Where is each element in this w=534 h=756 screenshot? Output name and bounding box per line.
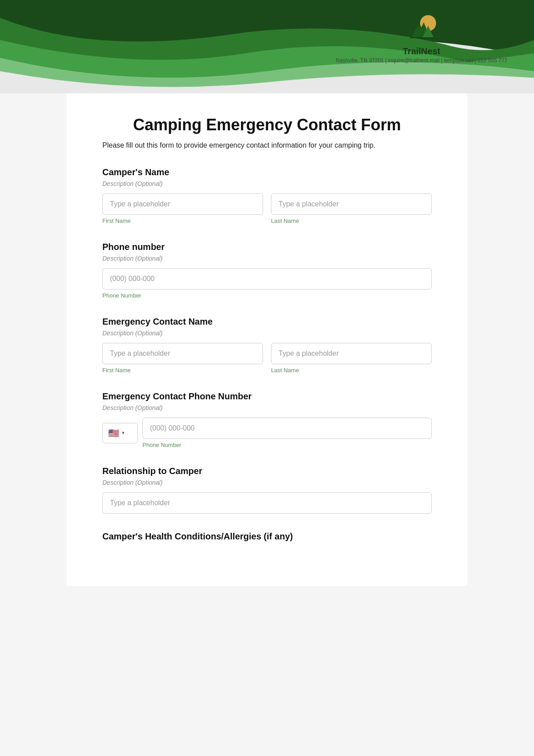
- section-desc-emergency-name: Description (Optional): [102, 330, 432, 337]
- brand-contact: Nashville, TN 37201 | inquire@trailnest.…: [336, 57, 507, 64]
- section-label-emergency-phone: Emergency Contact Phone Number: [102, 391, 432, 402]
- section-emergency-name: Emergency Contact Name Description (Opti…: [102, 317, 432, 374]
- brand-name: TrailNest: [403, 46, 440, 56]
- page-header: TrailNest Nashville, TN 37201 | inquire@…: [0, 0, 534, 93]
- relationship-group: [102, 492, 432, 514]
- campers-last-name-label: Last Name: [271, 217, 432, 224]
- campers-last-name-group: Last Name: [271, 193, 432, 224]
- country-selector[interactable]: 🇺🇸 ▾: [102, 423, 138, 443]
- section-health-conditions: Camper's Health Conditions/Allergies (if…: [102, 531, 432, 542]
- section-phone-number: Phone number Description (Optional) Phon…: [102, 242, 432, 299]
- section-label-phone: Phone number: [102, 242, 432, 252]
- emergency-phone-input[interactable]: [142, 418, 432, 439]
- phone-number-input[interactable]: [102, 268, 432, 290]
- emergency-phone-wrapper: Phone Number: [142, 418, 432, 448]
- emergency-phone-row: 🇺🇸 ▾ Phone Number: [102, 418, 432, 448]
- section-desc-relationship: Description (Optional): [102, 479, 432, 486]
- campers-last-name-input[interactable]: [271, 193, 432, 215]
- logo-area: TrailNest Nashville, TN 37201 | inquire@…: [336, 13, 507, 64]
- emergency-last-name-label: Last Name: [271, 367, 432, 374]
- relationship-input[interactable]: [102, 492, 432, 514]
- section-label-relationship: Relationship to Camper: [102, 466, 432, 476]
- section-label-health: Camper's Health Conditions/Allergies (if…: [102, 531, 432, 542]
- phone-number-group: Phone Number: [102, 268, 432, 299]
- emergency-first-name-input[interactable]: [102, 343, 263, 364]
- phone-number-label: Phone Number: [102, 292, 432, 299]
- emergency-first-name-label: First Name: [102, 367, 263, 374]
- flag-icon: 🇺🇸: [108, 428, 119, 438]
- section-desc-emergency-phone: Description (Optional): [102, 404, 432, 411]
- emergency-phone-label: Phone Number: [142, 442, 432, 448]
- campers-first-name-input[interactable]: [102, 193, 263, 215]
- campers-first-name-group: First Name: [102, 193, 263, 224]
- emergency-first-name-group: First Name: [102, 343, 263, 374]
- section-emergency-phone: Emergency Contact Phone Number Descripti…: [102, 391, 432, 448]
- emergency-last-name-input[interactable]: [271, 343, 432, 364]
- form-container: Camping Emergency Contact Form Please fi…: [67, 93, 467, 586]
- section-desc-campers-name: Description (Optional): [102, 180, 432, 187]
- emergency-name-row: First Name Last Name: [102, 343, 432, 374]
- emergency-last-name-group: Last Name: [271, 343, 432, 374]
- section-label-campers-name: Camper's Name: [102, 167, 432, 177]
- section-relationship: Relationship to Camper Description (Opti…: [102, 466, 432, 514]
- form-title: Camping Emergency Contact Form: [102, 116, 432, 134]
- section-label-emergency-name: Emergency Contact Name: [102, 317, 432, 327]
- section-campers-name: Camper's Name Description (Optional) Fir…: [102, 167, 432, 224]
- campers-name-row: First Name Last Name: [102, 193, 432, 224]
- campers-first-name-label: First Name: [102, 217, 263, 224]
- section-desc-phone: Description (Optional): [102, 255, 432, 262]
- trailnest-logo: [404, 13, 439, 44]
- form-description: Please fill out this form to provide eme…: [102, 141, 432, 149]
- chevron-down-icon: ▾: [122, 430, 125, 436]
